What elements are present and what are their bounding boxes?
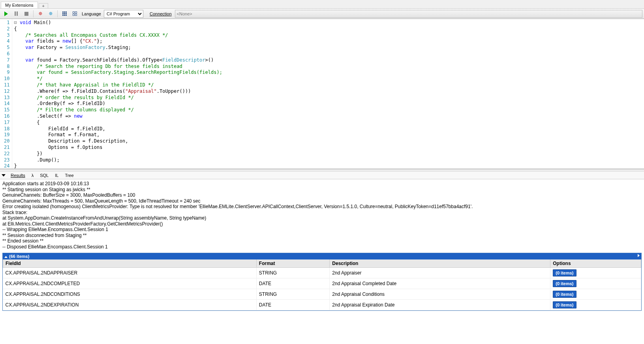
output-line: ** Starting session on Staging as jwicks… xyxy=(2,187,642,193)
line-number: 17 xyxy=(4,120,9,126)
cell-fieldid: CX.APPRAISAL.2NDCOMPLETED xyxy=(3,278,257,289)
output-line: at Elli.Metrics.Client.ClientMetricsProv… xyxy=(2,221,642,227)
column-header[interactable]: Format xyxy=(256,259,330,268)
line-number: 15 xyxy=(4,107,9,113)
collapse-results-icon[interactable] xyxy=(2,174,6,177)
grid-header[interactable]: (66 items) xyxy=(3,253,641,259)
debug-step-button[interactable]: ✵ xyxy=(46,10,55,18)
table-row[interactable]: CX.APPRAISAL.2NDAPPRAISERSTRING2nd Appra… xyxy=(3,268,641,278)
line-number: 2 xyxy=(4,26,9,32)
toolbar: ✵ ✵ Language C# Program Connection <None… xyxy=(0,9,644,19)
output-line: ** Ended session ** xyxy=(2,238,642,244)
results-tab-bar: Results λ SQL IL Tree xyxy=(0,171,644,179)
output-line: GenuineChannels: BufferSize = 3000, MaxP… xyxy=(2,192,642,198)
line-number: 12 xyxy=(4,88,9,95)
tab-lambda[interactable]: λ xyxy=(30,173,35,178)
expand-icon xyxy=(638,254,640,257)
line-gutter: 123456789101112131415161718192021222324 xyxy=(0,19,12,169)
table-row[interactable]: CX.APPRAISAL.2NDCOMPLETEDDATE2nd Apprais… xyxy=(3,278,641,289)
line-number: 7 xyxy=(4,57,9,64)
line-number: 10 xyxy=(4,76,9,82)
tab-results[interactable]: Results xyxy=(9,173,26,178)
column-header[interactable]: Options xyxy=(550,259,641,268)
file-tab-bar: My Extensions + xyxy=(0,0,644,9)
cell-options: (0 items) xyxy=(550,289,641,300)
separator xyxy=(33,10,34,17)
bug-step-icon: ✵ xyxy=(49,11,53,17)
output-line: ** Session disconnected from Staging ** xyxy=(2,233,642,239)
options-badge[interactable]: (0 items) xyxy=(553,291,576,298)
tab-il[interactable]: IL xyxy=(54,173,60,178)
cell-description: 2nd Appraisal Completed Date xyxy=(330,278,550,289)
line-number: 4 xyxy=(4,38,9,45)
line-number: 5 xyxy=(4,45,9,51)
code-area[interactable]: ⊟ void Main() { /* Searches all Encompas… xyxy=(12,19,644,169)
grid-data-icon xyxy=(73,11,77,16)
pause-button[interactable] xyxy=(12,10,21,18)
output-line: at System.AppDomain.CreateInstanceFromAn… xyxy=(2,215,642,221)
debug-button[interactable]: ✵ xyxy=(36,10,45,18)
cell-fieldid: CX.APPRAISAL.2NDAPPRAISER xyxy=(3,268,257,278)
cell-format: STRING xyxy=(256,289,330,300)
grid-rich-icon xyxy=(62,11,67,16)
options-badge[interactable]: (0 items) xyxy=(553,280,576,287)
play-icon xyxy=(4,11,8,16)
output-line: -- Wrapping EllieMae.Encompass.Client.Se… xyxy=(2,227,642,233)
line-number: 6 xyxy=(4,51,9,57)
line-number: 3 xyxy=(4,32,9,39)
line-number: 1 xyxy=(4,20,9,26)
stop-icon xyxy=(24,12,28,16)
grid-table: FieldIdFormatDescriptionOptions CX.APPRA… xyxy=(3,259,641,310)
tab-add-label: + xyxy=(42,4,45,8)
bug-icon: ✵ xyxy=(38,11,43,17)
output-line: GenuineChannels: MaxThreads = 500, MaxQu… xyxy=(2,198,642,204)
line-number: 11 xyxy=(4,82,9,88)
tab-add[interactable]: + xyxy=(39,3,48,8)
line-number: 20 xyxy=(4,138,9,145)
line-number: 18 xyxy=(4,126,9,132)
connection-value: <None> xyxy=(177,11,192,16)
language-select[interactable]: C# Program xyxy=(104,10,143,18)
output-text: Application starts at 2019-03-09 10:16:1… xyxy=(0,179,644,251)
options-badge[interactable]: (0 items) xyxy=(553,301,576,308)
cell-fieldid: CX.APPRAISAL.2NDEXPIRATION xyxy=(3,300,257,310)
output-line: Application starts at 2019-03-09 10:16:1… xyxy=(2,181,642,187)
line-number: 8 xyxy=(4,64,9,70)
line-number: 23 xyxy=(4,157,9,164)
output-line: -- Disposed EllieMae.Encompass.Client.Se… xyxy=(2,244,642,250)
line-number: 13 xyxy=(4,95,9,101)
table-row[interactable]: CX.APPRAISAL.2NDEXPIRATIONDATE2nd Apprai… xyxy=(3,300,641,310)
line-number: 24 xyxy=(4,163,9,169)
cell-options: (0 items) xyxy=(550,278,641,289)
cell-options: (0 items) xyxy=(550,300,641,310)
line-number: 14 xyxy=(4,101,9,107)
collapse-icon xyxy=(4,256,8,258)
pause-icon xyxy=(15,11,18,16)
run-button[interactable] xyxy=(2,10,10,18)
column-header[interactable]: Description xyxy=(330,259,550,268)
cell-format: DATE xyxy=(256,278,330,289)
cell-description: 2nd Appraisal Conditions xyxy=(330,289,550,300)
connection-label[interactable]: Connection xyxy=(150,11,172,16)
table-row[interactable]: CX.APPRAISAL.2NDCONDITIONSSTRING2nd Appr… xyxy=(3,289,641,300)
tab-tree[interactable]: Tree xyxy=(64,173,75,178)
code-editor[interactable]: 123456789101112131415161718192021222324 … xyxy=(0,19,644,169)
results-grid-button[interactable] xyxy=(60,10,69,18)
tab-label: My Extensions xyxy=(5,3,34,8)
results-data-button[interactable] xyxy=(70,10,79,18)
cell-options: (0 items) xyxy=(550,268,641,278)
tab-sql[interactable]: SQL xyxy=(39,173,50,178)
language-label: Language xyxy=(82,11,101,16)
stop-button[interactable] xyxy=(22,10,31,18)
cell-description: 2nd Appraiser xyxy=(330,268,550,278)
cell-fieldid: CX.APPRAISAL.2NDCONDITIONS xyxy=(3,289,257,300)
connection-display[interactable]: <None> xyxy=(175,10,642,18)
tab-my-extensions[interactable]: My Extensions xyxy=(1,2,38,8)
grid-header-text: (66 items) xyxy=(9,254,29,259)
line-number: 22 xyxy=(4,151,9,157)
options-badge[interactable]: (0 items) xyxy=(553,269,576,276)
column-header[interactable]: FieldId xyxy=(3,259,257,268)
line-number: 16 xyxy=(4,113,9,120)
line-number: 19 xyxy=(4,132,9,138)
output-line: Error creating isolated (homogenous) Cli… xyxy=(2,204,642,210)
